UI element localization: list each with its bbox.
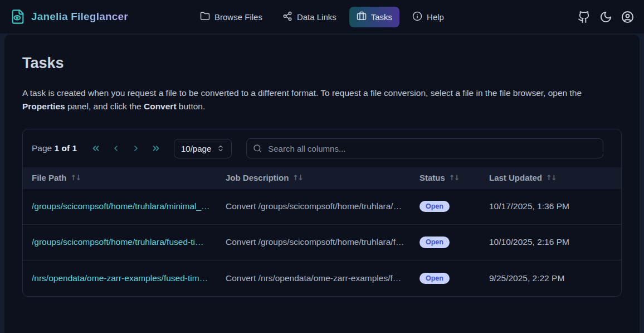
desc-text: A task is created when you request a fil… bbox=[22, 88, 582, 98]
desc-bold-properties: Properties bbox=[22, 102, 65, 111]
last-page-button[interactable] bbox=[147, 139, 165, 157]
desc-text: panel, and click the bbox=[65, 102, 144, 111]
search-wrap bbox=[246, 138, 603, 158]
folder-icon bbox=[200, 11, 210, 23]
status-badge: Open bbox=[419, 273, 450, 284]
table-row: /groups/scicompsoft/home/truhlara/minima… bbox=[23, 188, 621, 224]
page-count: 1 of 1 bbox=[55, 143, 77, 153]
desc-bold-convert: Convert bbox=[144, 102, 177, 111]
table-toolbar: Page 1 of 1 bbox=[23, 129, 621, 167]
last-updated: 10/10/2025, 2:16 PM bbox=[489, 237, 612, 247]
job-description: Convert /nrs/opendata/ome-zarr-examples/… bbox=[226, 273, 419, 283]
top-navbar: Janelia Fileglancer Browse Files Data Li… bbox=[0, 0, 644, 33]
first-page-button[interactable] bbox=[87, 139, 105, 157]
navbar-right-icons bbox=[578, 11, 634, 23]
moon-dark-mode-icon[interactable] bbox=[599, 11, 612, 23]
nav-item-tasks[interactable]: Tasks bbox=[349, 7, 399, 27]
nav-item-browse-files[interactable]: Browse Files bbox=[193, 7, 270, 27]
page-size-value: 10/page bbox=[181, 144, 211, 153]
fileglancer-logo-icon bbox=[10, 9, 26, 25]
desc-text: button. bbox=[177, 102, 206, 111]
brand[interactable]: Janelia Fileglancer bbox=[10, 9, 128, 25]
nav-item-label: Help bbox=[427, 12, 444, 22]
app-title: Janelia Fileglancer bbox=[31, 11, 128, 23]
info-circle-icon bbox=[412, 11, 422, 23]
chevrons-left-icon bbox=[91, 143, 101, 153]
column-header-status[interactable]: Status↑↓ bbox=[419, 173, 489, 182]
file-path-link[interactable]: /groups/scicompsoft/home/truhlara/fused-… bbox=[32, 237, 203, 247]
github-icon[interactable] bbox=[578, 11, 591, 23]
last-updated: 9/25/2025, 2:22 PM bbox=[489, 273, 612, 283]
next-page-button[interactable] bbox=[127, 139, 145, 157]
page-title: Tasks bbox=[22, 55, 622, 72]
nav-item-label: Tasks bbox=[371, 12, 392, 22]
sort-icon: ↑↓ bbox=[292, 173, 303, 182]
nav-item-label: Data Links bbox=[297, 12, 336, 22]
status-badge: Open bbox=[419, 237, 450, 248]
page-size-select[interactable]: 10/page bbox=[174, 139, 232, 158]
job-description: Convert /groups/scicompsoft/home/truhlar… bbox=[226, 237, 419, 247]
nav-item-help[interactable]: Help bbox=[405, 7, 451, 27]
chevron-left-icon bbox=[111, 144, 120, 153]
sort-icon: ↑↓ bbox=[449, 173, 459, 182]
table-row: /groups/scicompsoft/home/truhlara/fused-… bbox=[23, 224, 621, 260]
column-header-last-updated[interactable]: Last Updated↑↓ bbox=[489, 173, 612, 182]
chevrons-up-down-icon bbox=[217, 144, 225, 152]
main-content-panel: Tasks A task is created when you request… bbox=[4, 35, 640, 333]
table-header-row: File Path↑↓ Job Description↑↓ Status↑↓ L… bbox=[23, 167, 621, 188]
file-path-link[interactable]: /nrs/opendata/ome-zarr-examples/fused-ti… bbox=[32, 273, 208, 283]
search-input[interactable] bbox=[246, 138, 603, 158]
previous-page-button[interactable] bbox=[107, 139, 125, 157]
column-header-job-description[interactable]: Job Description↑↓ bbox=[226, 173, 419, 182]
user-profile-icon[interactable] bbox=[621, 11, 634, 23]
page-indicator: Page 1 of 1 bbox=[32, 143, 77, 153]
briefcase-icon bbox=[357, 11, 367, 23]
nav-item-label: Browse Files bbox=[214, 12, 262, 22]
chevrons-right-icon bbox=[151, 143, 161, 153]
sort-icon: ↑↓ bbox=[546, 173, 556, 182]
nav-item-data-links[interactable]: Data Links bbox=[275, 7, 344, 27]
page-description: A task is created when you request a fil… bbox=[22, 86, 611, 113]
table-row: /nrs/opendata/ome-zarr-examples/fused-ti… bbox=[23, 260, 621, 296]
last-updated: 10/17/2025, 1:36 PM bbox=[489, 201, 612, 211]
main-nav: Browse Files Data Links Tasks bbox=[193, 0, 451, 33]
chevron-right-icon bbox=[131, 144, 140, 153]
sort-icon: ↑↓ bbox=[71, 173, 81, 182]
tasks-table-card: Page 1 of 1 bbox=[22, 129, 622, 297]
share-icon bbox=[282, 11, 292, 23]
file-path-link[interactable]: /groups/scicompsoft/home/truhlara/minima… bbox=[32, 201, 210, 211]
status-badge: Open bbox=[419, 201, 450, 213]
column-header-file-path[interactable]: File Path↑↓ bbox=[32, 173, 226, 182]
search-icon bbox=[253, 144, 262, 153]
job-description: Convert /groups/scicompsoft/home/truhlar… bbox=[226, 201, 419, 211]
